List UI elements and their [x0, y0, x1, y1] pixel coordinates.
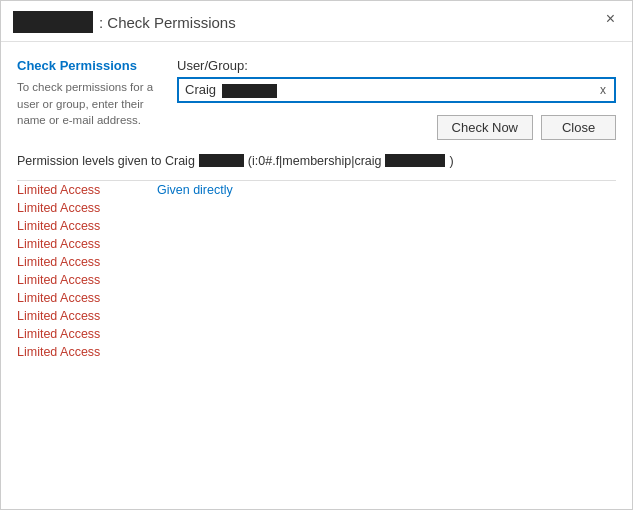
- user-input-row: Craig x: [177, 77, 616, 103]
- perm-level-cell: Limited Access: [17, 271, 157, 289]
- perm-level-cell: Limited Access: [17, 253, 157, 271]
- table-row: Limited Access: [17, 271, 616, 289]
- dialog-body: Check Permissions To check permissions f…: [1, 42, 632, 154]
- title-logo: [13, 11, 93, 33]
- perm-header-close-paren: ): [449, 154, 453, 168]
- perm-given-cell: [157, 307, 616, 325]
- table-row: Limited Access: [17, 235, 616, 253]
- user-name-redacted: [222, 84, 277, 98]
- table-row: Limited Access: [17, 307, 616, 325]
- perm-given-cell: [157, 253, 616, 271]
- right-panel: User/Group: Craig x Check Now Close: [177, 58, 616, 154]
- perm-given-cell: [157, 343, 616, 361]
- table-row: Limited Access: [17, 217, 616, 235]
- perm-given-cell: [157, 325, 616, 343]
- table-row: Limited Access: [17, 343, 616, 361]
- dialog-close-button[interactable]: ×: [601, 9, 620, 29]
- action-buttons: Check Now Close: [177, 115, 616, 140]
- perm-level-cell: Limited Access: [17, 235, 157, 253]
- table-row: Limited Access: [17, 289, 616, 307]
- permissions-table: Limited AccessGiven directlyLimited Acce…: [17, 176, 616, 361]
- check-permissions-dialog: : Check Permissions × Check Permissions …: [0, 0, 633, 510]
- dialog-titlebar: : Check Permissions ×: [1, 1, 632, 42]
- table-row: Limited AccessGiven directly: [17, 180, 616, 199]
- check-now-button[interactable]: Check Now: [437, 115, 533, 140]
- left-panel: Check Permissions To check permissions f…: [17, 58, 177, 154]
- perm-header-redact1: [199, 154, 244, 167]
- perm-given-cell: Given directly: [157, 180, 616, 199]
- perm-level-cell: Limited Access: [17, 343, 157, 361]
- dialog-title: : Check Permissions: [99, 14, 236, 31]
- perm-given-cell: [157, 235, 616, 253]
- perm-header-redact2: [385, 154, 445, 167]
- perm-level-cell: Limited Access: [17, 325, 157, 343]
- perm-given-cell: [157, 217, 616, 235]
- perm-given-cell: [157, 199, 616, 217]
- table-row: Limited Access: [17, 199, 616, 217]
- user-name-prefix: Craig: [185, 82, 216, 97]
- left-panel-title: Check Permissions: [17, 58, 165, 73]
- user-input-value: Craig: [185, 82, 594, 98]
- left-panel-description: To check permissions for a user or group…: [17, 79, 165, 129]
- table-row: Limited Access: [17, 253, 616, 271]
- perm-level-cell: Limited Access: [17, 180, 157, 199]
- perm-level-cell: Limited Access: [17, 289, 157, 307]
- perm-level-cell: Limited Access: [17, 307, 157, 325]
- close-button[interactable]: Close: [541, 115, 616, 140]
- perm-level-cell: Limited Access: [17, 199, 157, 217]
- table-row: Limited Access: [17, 325, 616, 343]
- perm-header-prefix: Permission levels given to Craig: [17, 154, 195, 168]
- user-group-label: User/Group:: [177, 58, 616, 73]
- perm-given-cell: [157, 271, 616, 289]
- clear-user-button[interactable]: x: [598, 83, 608, 97]
- permissions-header: Permission levels given to Craig (i:0#.f…: [17, 154, 616, 168]
- perm-header-system: (i:0#.f|membership|craig: [248, 154, 382, 168]
- permissions-section: Permission levels given to Craig (i:0#.f…: [1, 154, 632, 377]
- perm-level-cell: Limited Access: [17, 217, 157, 235]
- perm-given-cell: [157, 289, 616, 307]
